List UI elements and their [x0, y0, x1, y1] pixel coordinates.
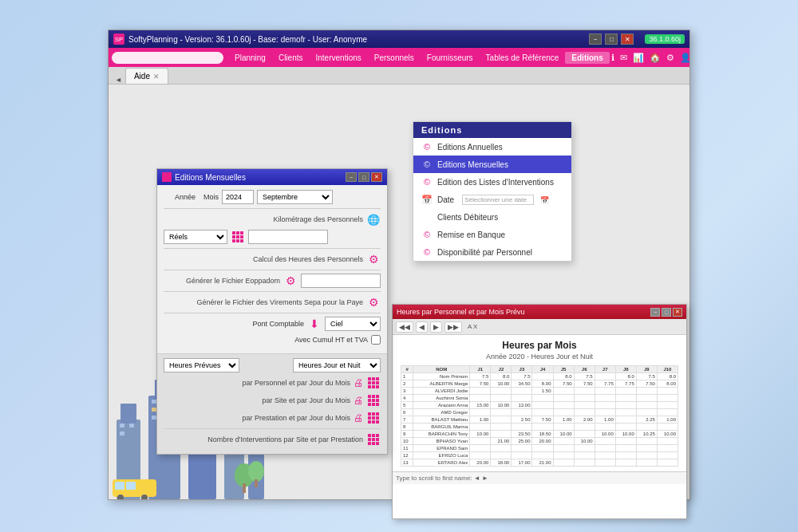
menu-editions[interactable]: Editions [565, 52, 609, 64]
bottom-select2[interactable]: Heures Jour et Nuit Heures Jour [293, 358, 381, 372]
cumul-checkbox[interactable] [371, 335, 381, 345]
km-row: Kilométrage des Personnels 🌐 [164, 212, 381, 227]
minimize-button[interactable]: − [589, 33, 602, 45]
km-grid-icon[interactable] [231, 230, 245, 244]
col-j4: J4 [532, 366, 553, 373]
svg-rect-21 [243, 483, 246, 493]
date-label: Date [437, 195, 454, 204]
site-grid-icon[interactable] [366, 393, 381, 408]
bottom-selects-row: Heures Prévues Heures Réelles Heures Jou… [164, 358, 381, 372]
menu-personnels[interactable]: Personnels [368, 52, 421, 64]
prestation-print-icon[interactable]: 🖨 [354, 412, 363, 424]
dropdown-dispo[interactable]: © Disponibilité par Personnel [413, 243, 571, 261]
report-content: Heures par Mois Année 2020 - Heures Jour… [393, 335, 686, 471]
bottom-select1[interactable]: Heures Prévues Heures Réelles [164, 358, 239, 372]
personnel-grid-icon[interactable] [366, 376, 381, 390]
par-prestation-label: par Prestation et par Jour du Mois [164, 414, 350, 422]
menu-right-icons: ℹ ✉ 📊 🏠 ⚙ 👤 [610, 52, 693, 64]
tab-close-icon[interactable]: ✕ [153, 73, 160, 81]
search-input[interactable] [112, 52, 223, 64]
col-j10: J10 [657, 366, 678, 373]
sepa-settings-icon[interactable]: ⚙ [366, 295, 381, 309]
menu-tables[interactable]: Tables de Référence [480, 52, 566, 64]
personnel-print-icon[interactable]: 🖨 [354, 377, 363, 388]
km-label: Kilométrage des Personnels [164, 215, 363, 223]
site-print-icon[interactable]: 🖨 [354, 395, 363, 406]
svg-rect-17 [126, 482, 136, 490]
km-type-select[interactable]: Réels Prévus [164, 230, 227, 244]
tab-aide-label: Aide [134, 72, 150, 81]
svg-rect-16 [115, 482, 124, 490]
col-j5: J5 [553, 366, 574, 373]
calc-settings-icon[interactable]: ⚙ [366, 252, 381, 266]
annee-label: Année [164, 193, 196, 201]
col-j7: J7 [595, 366, 615, 373]
dialog-minimize[interactable]: − [346, 172, 357, 182]
report-minimize[interactable]: − [650, 308, 660, 317]
report-toolbar: ◀◀ ◀ ▶ ▶▶ A X [393, 319, 686, 335]
maximize-button[interactable]: □ [605, 33, 618, 45]
pont-label: Pont Comptable [164, 320, 304, 328]
user-icon[interactable]: 👤 [678, 52, 693, 64]
col-j6: J6 [574, 366, 595, 373]
report-close[interactable]: ✕ [673, 308, 682, 317]
table-row: 11EPRAND Sam [401, 445, 678, 452]
report-nav-first[interactable]: ◀◀ [396, 321, 413, 333]
dropdown-remise[interactable]: © Remise en Banque [413, 226, 571, 243]
dropdown-mensuelles[interactable]: © Editions Mensuelles [413, 156, 571, 173]
eoppadom-input[interactable] [301, 274, 381, 288]
table-row: 7BALAST Mathieu1.002.507.501.002.001.002… [401, 416, 678, 424]
col-j8: J8 [615, 366, 636, 373]
tab-aide[interactable]: Aide ✕ [125, 68, 168, 84]
menu-bar: Planning Clients Interventions Personnel… [109, 48, 689, 67]
tab-back[interactable]: ◄ [112, 76, 125, 84]
annee-mois-row: Année Mois Septembre Janvier Février Mar… [164, 190, 381, 204]
nb-interventions-row: Nombre d'Interventions par Site et par P… [164, 432, 381, 447]
chart-icon[interactable]: 📊 [631, 52, 646, 64]
dialog-icon [162, 172, 172, 182]
km-value-input[interactable] [248, 230, 328, 244]
close-button[interactable]: ✕ [621, 33, 634, 45]
dropdown-date-clients-label[interactable]: Clients Débiteurs [413, 209, 571, 226]
par-site-label: par Site et par Jour du Mois [164, 396, 350, 404]
menu-clients[interactable]: Clients [272, 52, 310, 64]
annee-input[interactable] [222, 190, 254, 204]
report-nav-last[interactable]: ▶▶ [444, 321, 462, 333]
mois-select[interactable]: Septembre Janvier Février Mars Octobre [257, 190, 333, 204]
menu-planning[interactable]: Planning [228, 52, 272, 64]
home-icon[interactable]: 🏠 [648, 52, 662, 64]
mail-icon[interactable]: ✉ [618, 52, 629, 64]
dialog-maximize[interactable]: □ [358, 172, 369, 182]
settings-icon[interactable]: ⚙ [665, 52, 676, 64]
menu-interventions[interactable]: Interventions [310, 52, 368, 64]
dispo-label: Disponibilité par Personnel [437, 248, 532, 257]
nb-interventions-grid-icon[interactable] [366, 432, 381, 447]
pont-select[interactable]: Ciel Sage [325, 317, 381, 331]
dispo-icon: © [421, 247, 433, 257]
par-site-row: par Site et par Jour du Mois 🖨 [164, 393, 381, 408]
mensuelles-label: Editions Mensuelles [437, 160, 508, 169]
report-nav-prev[interactable]: ◀ [416, 321, 428, 333]
version-badge: 36.1.0.60j [645, 34, 685, 44]
par-personnel-row: par Personnel et par Jour du Mois 🖨 [164, 376, 381, 390]
dropdown-listes[interactable]: © Edition des Listes d'Interventions [413, 173, 571, 191]
dialog-close[interactable]: ✕ [371, 172, 382, 182]
tab-bar: ◄ Aide ✕ [109, 67, 689, 85]
dropdown-annuelles[interactable]: © Editions Annuelles [413, 138, 571, 156]
gen-sepa-row: Générer le Fichier des Virements Sepa po… [164, 295, 381, 309]
remise-label: Remise en Banque [437, 231, 505, 239]
title-bar: SP SoftyPlanning - Version: 36.1.0.60j -… [109, 30, 689, 48]
eoppadom-settings-icon[interactable]: ⚙ [283, 274, 298, 288]
date-input[interactable] [462, 195, 534, 205]
report-nav-next[interactable]: ▶ [430, 321, 442, 333]
dropdown-date-clients[interactable]: 📅 Date 📅 [413, 191, 571, 209]
prestation-grid-icon[interactable] [366, 411, 381, 425]
km-globe-icon[interactable]: 🌐 [366, 212, 381, 227]
dialog-mensuelles-titlebar: Editions Mensuelles − □ ✕ [157, 169, 387, 185]
pont-download-icon[interactable]: ⬇ [307, 317, 322, 331]
info-icon[interactable]: ℹ [610, 52, 616, 64]
editions-dropdown: Editions © Editions Annuelles © Editions… [413, 121, 572, 262]
menu-fournisseurs[interactable]: Fournisseurs [421, 52, 480, 64]
table-row: 6AMD Gregor [401, 409, 678, 416]
report-maximize[interactable]: □ [662, 308, 671, 317]
